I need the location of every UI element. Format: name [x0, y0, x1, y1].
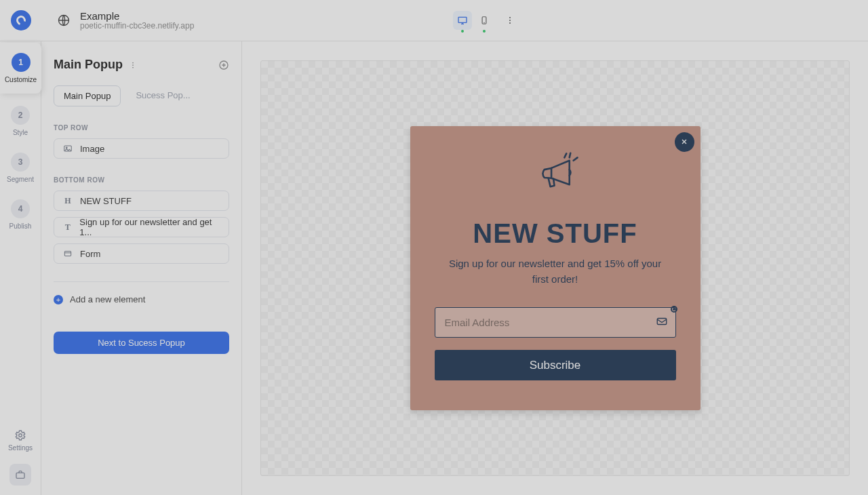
tab-main-popup[interactable]: Main Popup — [54, 85, 121, 106]
element-form[interactable]: Form — [54, 243, 229, 264]
site-url: poetic-muffin-cbc3ee.netlify.app — [80, 21, 194, 31]
svg-point-5 — [509, 20, 511, 21]
element-image[interactable]: Image — [54, 138, 229, 159]
add-element-button[interactable]: + Add a new element — [54, 294, 229, 304]
svg-point-11 — [132, 66, 134, 68]
app-logo[interactable] — [11, 10, 31, 31]
element-heading[interactable]: H NEW STUFF — [54, 191, 229, 211]
step-rail: 2 Style 3 Segment 4 Publish Settings — [0, 41, 41, 495]
svg-point-7 — [19, 434, 22, 437]
popup-subtext: Sign up for our newsletter and get 15% o… — [435, 256, 676, 288]
briefcase-icon — [15, 469, 26, 480]
subscribe-button[interactable]: Subscribe — [435, 350, 676, 380]
plus-icon: + — [54, 295, 63, 304]
form-icon — [62, 249, 73, 258]
app-header: Example poetic-muffin-cbc3ee.netlify.app — [0, 0, 868, 41]
mobile-preview-button[interactable] — [475, 11, 494, 30]
heading-icon: H — [62, 196, 73, 206]
svg-point-4 — [509, 17, 511, 18]
image-icon — [62, 144, 73, 153]
panel-add-icon[interactable] — [218, 60, 229, 71]
preview-canvas: NEW STUFF Sign up for our newsletter and… — [242, 41, 868, 495]
panel-more-icon[interactable] — [128, 60, 138, 70]
editor-side-panel: Main Popup Main Popup Sucess Pop... TOP … — [41, 41, 242, 495]
popup-headline: NEW STUFF — [435, 218, 676, 249]
svg-point-6 — [509, 22, 511, 24]
svg-rect-15 — [64, 252, 71, 256]
section-label-bottom-row: BOTTOM ROW — [54, 176, 229, 184]
svg-point-10 — [132, 64, 134, 66]
rail-settings[interactable]: Settings — [8, 429, 33, 452]
section-label-top-row: TOP ROW — [54, 124, 229, 132]
next-button[interactable]: Next to Sucess Popup — [54, 332, 229, 354]
preview-frame: NEW STUFF Sign up for our newsletter and… — [260, 60, 850, 476]
mail-icon — [656, 315, 668, 328]
header-more-icon[interactable] — [505, 15, 515, 26]
panel-title: Main Popup — [54, 58, 123, 72]
svg-rect-16 — [657, 319, 667, 325]
rail-step-segment[interactable]: 3 Segment — [7, 153, 34, 183]
selection-handle-icon[interactable] — [671, 306, 677, 313]
close-icon — [680, 138, 688, 146]
globe-icon — [57, 14, 71, 27]
panel-divider — [54, 281, 229, 282]
svg-rect-1 — [458, 17, 467, 22]
rail-step-publish[interactable]: 4 Publish — [9, 199, 32, 230]
popup-preview: NEW STUFF Sign up for our newsletter and… — [410, 126, 701, 411]
popup-close-button[interactable] — [675, 132, 694, 152]
tab-success-popup[interactable]: Sucess Pop... — [126, 85, 199, 106]
text-icon: T — [62, 222, 73, 233]
desktop-preview-button[interactable] — [453, 11, 472, 30]
email-input[interactable] — [435, 307, 676, 338]
rail-step-style[interactable]: 2 Style — [11, 106, 30, 136]
svg-point-9 — [132, 62, 134, 63]
element-text[interactable]: T Sign up for our newsletter and get 1..… — [54, 217, 229, 237]
svg-point-3 — [484, 22, 485, 23]
svg-point-14 — [66, 147, 67, 148]
svg-rect-8 — [16, 473, 24, 478]
gear-icon — [14, 429, 26, 441]
site-title: Example — [80, 10, 194, 22]
megaphone-icon — [435, 151, 676, 201]
rail-briefcase-button[interactable] — [9, 464, 31, 486]
rail-step-customize[interactable]: 1 Customize — [0, 43, 41, 94]
